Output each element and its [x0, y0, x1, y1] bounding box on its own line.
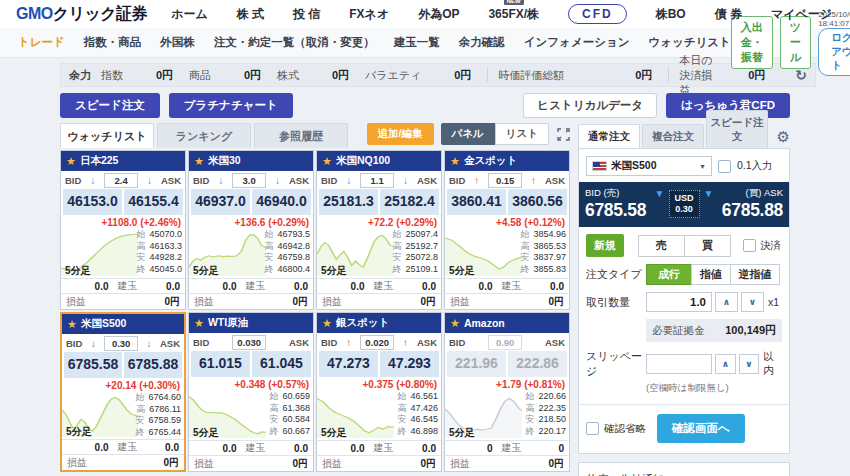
ask-price[interactable]: 46940.0: [252, 189, 311, 215]
subnav-item-8[interactable]: ウォッチリスト: [648, 35, 730, 50]
slippage-input[interactable]: [646, 354, 712, 374]
order-type-market[interactable]: 成行: [646, 264, 692, 285]
gear-icon[interactable]: ⚙: [777, 128, 790, 148]
nav-item-9[interactable]: 債 券: [715, 6, 742, 23]
panel-view-button[interactable]: パネル: [441, 123, 495, 145]
nav-item-6[interactable]: NEW365FX/株: [488, 6, 539, 23]
star-icon[interactable]: ★: [322, 155, 332, 168]
slippage-label: スリッページ: [586, 349, 646, 379]
ask-price[interactable]: 222.86: [508, 351, 567, 377]
ohlc-values: 始46793.5 高46942.8 安46759.8 終46800.4: [264, 230, 310, 275]
position-sell-qty: 0: [450, 443, 502, 454]
instrument-select[interactable]: 米国S500 ▼: [586, 156, 712, 176]
list-view-button[interactable]: リスト: [495, 123, 549, 145]
bid-label: BID: [65, 175, 81, 186]
tenth-input-checkbox[interactable]: [718, 160, 731, 173]
speed-order-button[interactable]: スピード注文: [60, 93, 160, 118]
tools-button[interactable]: ツール: [780, 16, 811, 69]
subnav-item-6[interactable]: 余力確認: [459, 35, 505, 50]
tile-header[interactable]: ★ 日本225: [61, 151, 185, 171]
bid-price[interactable]: 46937.0: [191, 189, 250, 215]
quantity-input[interactable]: [646, 292, 712, 312]
subnav-item-3[interactable]: 外国株: [160, 35, 195, 50]
tile-header[interactable]: ★ 銀スポット: [317, 313, 441, 333]
platinum-chart-button[interactable]: プラチナチャート: [169, 93, 293, 118]
tab-normal-order[interactable]: 通常注文: [578, 124, 640, 148]
ask-price[interactable]: 6785.88: [124, 352, 182, 378]
subnav-item-4[interactable]: 注文・約定一覧（取消・変更）: [214, 35, 375, 50]
star-icon[interactable]: ★: [450, 317, 460, 330]
nav-item-5[interactable]: 外為OP: [418, 6, 459, 23]
sparkline-chart: 始46.561 高47.426 安46.545 終46.898 5分足: [317, 392, 441, 440]
bid-price[interactable]: 47.273: [319, 351, 378, 377]
quantity-down-button[interactable]: ∨: [741, 292, 764, 312]
bid-price[interactable]: 6785.58: [64, 352, 122, 378]
bid-price[interactable]: 221.96: [447, 351, 506, 377]
buy-button[interactable]: 買: [684, 235, 731, 257]
order-type-stop[interactable]: 逆指値: [730, 264, 780, 285]
ask-price[interactable]: 47.293: [380, 351, 439, 377]
subnav-item-7[interactable]: インフォメーション: [524, 35, 630, 50]
tile-header[interactable]: ★ 米国NQ100: [317, 151, 441, 171]
refresh-icon[interactable]: ↻: [795, 67, 807, 83]
add-edit-button[interactable]: 追加/編集: [367, 123, 434, 145]
nav-item-1[interactable]: ホーム: [171, 6, 208, 23]
star-icon[interactable]: ★: [450, 155, 460, 168]
nav-item-2[interactable]: 株 式: [237, 6, 264, 23]
tab-compound-order[interactable]: 複合注文: [642, 124, 704, 148]
quantity-up-button[interactable]: ∧: [715, 292, 738, 312]
subnav-item-5[interactable]: 建玉一覧: [394, 35, 440, 50]
star-icon[interactable]: ★: [194, 155, 204, 168]
slippage-down-button[interactable]: ∨: [739, 354, 760, 374]
timeframe-label: 5分足: [65, 264, 91, 278]
slippage-up-button[interactable]: ∧: [715, 354, 736, 374]
skip-confirm-checkbox[interactable]: [586, 422, 599, 435]
slippage-note: (空欄時は制限無し): [646, 382, 782, 395]
pl-label: 損益: [194, 295, 292, 309]
nav-item-4[interactable]: FXネオ: [349, 6, 389, 23]
bid-price[interactable]: 25181.3: [319, 189, 378, 215]
change-value: +0.375 (+0.80%): [317, 377, 441, 392]
bid-panel[interactable]: BID (売) ▼ 6785.58: [585, 187, 665, 221]
ask-price[interactable]: 25182.4: [380, 189, 439, 215]
tile-header[interactable]: ★ WTI原油: [189, 313, 313, 333]
nav-item-10[interactable]: マイページ: [771, 6, 832, 23]
ask-price[interactable]: 46155.4: [124, 189, 183, 215]
expand-icon[interactable]: [557, 128, 570, 141]
order-type-limit[interactable]: 指値: [691, 264, 731, 285]
star-icon[interactable]: ★: [322, 317, 332, 330]
nav-item-8[interactable]: 株BO: [656, 6, 686, 23]
ask-panel[interactable]: ▼ (買) ASK 6785.88: [704, 187, 784, 221]
tile-header[interactable]: ★ 米国30: [189, 151, 313, 171]
gmo-logo[interactable]: GMOクリック証券: [16, 4, 147, 25]
new-position-badge: 新規: [586, 234, 624, 257]
sell-button[interactable]: 売: [638, 235, 685, 257]
ask-label: ASK: [545, 175, 565, 186]
subnav-item-1[interactable]: トレード: [18, 35, 65, 50]
confirm-screen-button[interactable]: 確認画面へ: [657, 414, 745, 443]
tab-history[interactable]: 参照履歴: [254, 123, 348, 148]
position-sell-qty: 0.0: [450, 281, 502, 292]
nav-item-3[interactable]: 投 信: [293, 6, 320, 23]
tab-speed-order[interactable]: スピード注文: [706, 110, 768, 148]
bid-price[interactable]: 61.015: [191, 351, 250, 377]
pl-label: 損益: [67, 456, 163, 470]
tab-ranking[interactable]: ランキング: [157, 123, 251, 148]
tile-header[interactable]: ★ 金スポット: [445, 151, 569, 171]
ohlc-values: 始46.561 高47.426 安46.545 終46.898: [397, 392, 438, 437]
ask-price[interactable]: 61.045: [252, 351, 311, 377]
tab-watchlist[interactable]: ウォッチリスト: [60, 123, 154, 148]
star-icon[interactable]: ★: [194, 317, 204, 330]
ask-price[interactable]: 3860.56: [508, 189, 567, 215]
close-position-checkbox[interactable]: [743, 239, 756, 252]
logout-button[interactable]: ログアウト: [818, 28, 850, 76]
nav-item-7[interactable]: CFD: [568, 4, 627, 24]
subnav-item-2[interactable]: 指数・商品: [84, 35, 142, 50]
bid-price[interactable]: 46153.0: [63, 189, 122, 215]
tile-header[interactable]: ★ 米国S500: [62, 314, 184, 334]
tile-header[interactable]: ★ Amazon: [445, 313, 569, 333]
historical-data-button[interactable]: ヒストリカルデータ: [523, 93, 657, 118]
star-icon[interactable]: ★: [67, 318, 77, 331]
star-icon[interactable]: ★: [66, 155, 76, 168]
bid-price[interactable]: 3860.41: [447, 189, 506, 215]
